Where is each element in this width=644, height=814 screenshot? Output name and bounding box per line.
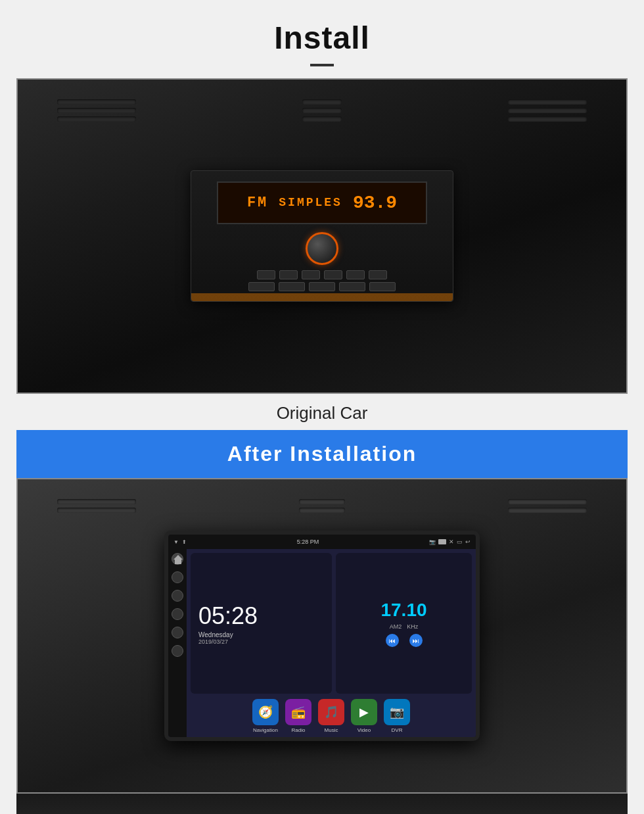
app-item-video[interactable]: ▶ Video (351, 699, 377, 733)
sidebar-icon-5[interactable] (172, 645, 183, 657)
menu-btn[interactable] (339, 282, 365, 291)
clock-date: 2019/03/27 (198, 638, 228, 645)
status-time: 5:28 PM (297, 539, 319, 545)
disp-btn[interactable] (369, 282, 396, 291)
usb-icon: ⬆ (182, 539, 187, 545)
music-controls: ⏮ ⏭ (386, 634, 423, 647)
radio-app-icon[interactable]: 📻 (285, 699, 311, 725)
vent-slat (508, 508, 587, 513)
radio-btn-5[interactable] (346, 270, 365, 279)
music-band: AM2 (390, 623, 402, 630)
app-item-dvr[interactable]: 📷 DVR (384, 699, 410, 733)
app-item-music[interactable]: 🎵 Music (318, 699, 344, 733)
clock-time: 05:28 (198, 602, 258, 630)
after-install-title: After Installation (227, 442, 417, 466)
music-app-icon[interactable]: 🎵 (318, 699, 344, 725)
vent-slat (508, 108, 587, 113)
radio-freq-text: 93.9 (353, 193, 397, 213)
after-left-vent (57, 499, 136, 513)
radio-unit: FM SIMPLES 93.9 (191, 170, 453, 302)
music-frequency: 17.10 (380, 600, 426, 621)
svg-marker-0 (173, 555, 183, 564)
radio-btn-4[interactable] (324, 270, 342, 279)
back-icon: ↩ (465, 539, 471, 545)
radio-station-text: SIMPLES (279, 196, 342, 209)
radio-function-row (248, 282, 396, 291)
band-btn[interactable] (279, 282, 305, 291)
camera-icon: 📷 (429, 539, 436, 545)
radio-knob[interactable] (306, 232, 338, 265)
right-vent (508, 99, 587, 122)
after-install-banner: After Installation (16, 430, 628, 478)
android-main-content: 05:28 Wednesday 2019/03/27 17.10 AM2 (168, 549, 476, 737)
radio-bottom-strip (191, 293, 453, 301)
radio-btn-6[interactable] (369, 270, 387, 279)
signal-icon: ▼ (173, 539, 179, 545)
android-sidebar (168, 549, 187, 737)
vent-slat (57, 499, 136, 504)
original-car-section: FM SIMPLES 93.9 (16, 78, 628, 394)
video-app-icon[interactable]: ▶ (351, 699, 377, 725)
radio-buttons-row (257, 270, 387, 279)
music-unit: KHz (407, 623, 418, 630)
status-bar-right: 📷 ✕ ▭ ↩ (429, 539, 471, 545)
vent-slat (57, 99, 136, 105)
vent-slat (57, 508, 136, 513)
minimize-icon: ▭ (457, 539, 463, 545)
sidebar-home-icon[interactable] (172, 553, 183, 565)
src-btn[interactable] (248, 282, 275, 291)
navigation-app-icon[interactable]: 🧭 (252, 699, 279, 725)
sidebar-icon-4[interactable] (172, 627, 183, 638)
radio-btn-2[interactable] (279, 270, 298, 279)
vent-slat (299, 499, 345, 504)
vent-area-top (18, 99, 626, 122)
page-container: Install (0, 0, 644, 814)
app-item-navigation[interactable]: 🧭 Navigation (252, 699, 279, 733)
status-bar-left: ▼ ⬆ (173, 539, 187, 545)
vent-slat (302, 108, 342, 113)
music-prev-button[interactable]: ⏮ (386, 634, 399, 647)
app-grid: 🧭 Navigation 📻 Radio (191, 694, 472, 733)
vent-slat (57, 108, 136, 113)
music-widget: 17.10 AM2 KHz ⏮ ⏭ (336, 553, 472, 694)
dvr-app-label: DVR (392, 727, 403, 733)
vent-slat (302, 116, 342, 122)
sidebar-icon-1[interactable] (172, 571, 183, 583)
android-status-bar: ▼ ⬆ 5:28 PM 📷 ✕ ▭ ↩ (168, 535, 476, 549)
sidebar-icon-2[interactable] (172, 590, 183, 602)
vent-slat (508, 499, 587, 504)
after-vent-area (18, 499, 626, 513)
app-item-radio[interactable]: 📻 Radio (285, 699, 311, 733)
music-label: AM2 KHz (390, 623, 419, 630)
vent-slat (57, 116, 136, 122)
android-content-area: 05:28 Wednesday 2019/03/27 17.10 AM2 (187, 549, 476, 737)
original-car-image: FM SIMPLES 93.9 (16, 78, 628, 394)
car-interior-original: FM SIMPLES 93.9 (18, 80, 626, 393)
radio-btn-3[interactable] (302, 270, 320, 279)
after-install-wrapper: After Installation (16, 430, 628, 814)
radio-app-label: Radio (292, 727, 306, 733)
dvr-app-icon[interactable]: 📷 (384, 699, 410, 725)
left-vent (57, 99, 136, 122)
clock-widget: 05:28 Wednesday 2019/03/27 (191, 553, 332, 694)
navigation-app-label: Navigation (253, 727, 278, 733)
vent-slat (302, 99, 342, 105)
center-vent (302, 99, 342, 122)
page-title: Install (0, 20, 644, 56)
video-icon-symbol: ▶ (359, 705, 369, 719)
vent-slat (299, 508, 345, 513)
dvr-icon-symbol: 📷 (390, 705, 404, 719)
music-next-button[interactable]: ⏭ (409, 634, 423, 647)
radio-icon-symbol: 📻 (291, 705, 306, 719)
rds-btn[interactable] (309, 282, 335, 291)
radio-mode-text: FM (247, 195, 268, 211)
header-divider (310, 64, 334, 66)
speaker-icon (438, 539, 446, 544)
original-car-label: Original Car (0, 394, 644, 430)
music-icon-symbol: 🎵 (324, 705, 338, 719)
after-center-vent (299, 499, 345, 513)
sidebar-icon-3[interactable] (172, 608, 183, 620)
install-header: Install (0, 0, 644, 78)
radio-btn-1[interactable] (257, 270, 275, 279)
seicane-footer: Seicane AUTO MONO (16, 794, 628, 814)
